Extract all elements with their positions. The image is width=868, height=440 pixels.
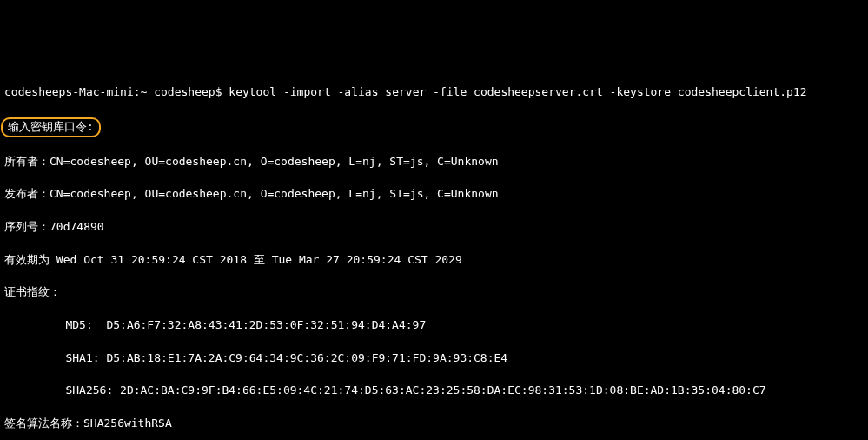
validity-line: 有效期为 Wed Oct 31 20:59:24 CST 2018 至 Tue … bbox=[4, 252, 864, 269]
prompt-user: codesheep$ bbox=[154, 85, 222, 98]
md5-line: MD5: D5:A6:F7:32:A8:43:41:2D:53:0F:32:51… bbox=[4, 317, 864, 334]
owner-line: 所有者：CN=codesheep, OU=codesheep.cn, O=cod… bbox=[4, 154, 864, 170]
prompt-line-1[interactable]: codesheeps-Mac-mini:~ codesheep$ keytool… bbox=[4, 84, 864, 101]
sha256-line: SHA256: 2D:AC:BA:C9:9F:B4:66:E5:09:4C:21… bbox=[4, 383, 864, 399]
issuer-line: 发布者：CN=codesheep, OU=codesheep.cn, O=cod… bbox=[4, 186, 864, 203]
fingerprint-label: 证书指纹： bbox=[4, 284, 864, 301]
terminal-output: codesheeps-Mac-mini:~ codesheep$ keytool… bbox=[4, 68, 864, 440]
serial-line: 序列号：70d74890 bbox=[4, 219, 864, 236]
prompt-host: codesheeps-Mac-mini:~ bbox=[4, 85, 147, 98]
sha1-line: SHA1: D5:AB:18:E1:7A:2A:C9:64:34:9C:36:2… bbox=[4, 350, 864, 367]
sig-algo-line: 签名算法名称：SHA256withRSA bbox=[4, 416, 864, 432]
password-prompt-highlight: 输入密钥库口令: bbox=[1, 117, 101, 137]
password-prompt: 输入密钥库口令: bbox=[8, 120, 94, 133]
command-text: keytool -import -alias server -file code… bbox=[229, 85, 806, 98]
